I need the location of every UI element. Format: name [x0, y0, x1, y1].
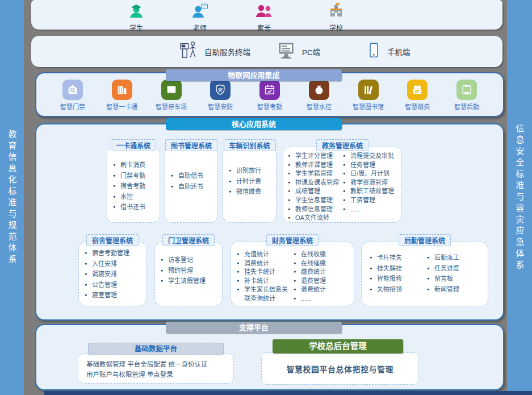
iot-label: 智慧水控 — [307, 102, 332, 111]
list-item: 预约管理 — [161, 267, 219, 276]
item-list: 在线收缴在线催缴缴费统计退费管理退费统计...... — [294, 250, 350, 303]
logistics-icon — [456, 80, 477, 100]
subsystem-vehicle: 车辆识别系统 识别放行计时计费微信缴费 — [223, 147, 277, 223]
list-item: OA文件流转 — [288, 214, 343, 223]
iot-attendance: 智慧考勤 — [248, 80, 291, 111]
list-item: 退费统计 — [294, 285, 350, 294]
list-item: 流程提交及审批 — [343, 152, 398, 161]
iot-door-access: 智慧门禁 — [51, 80, 94, 111]
user-label: 老师 — [193, 23, 207, 32]
attendance-icon — [259, 80, 280, 100]
iot-logistics: 智慧后勤 — [445, 80, 488, 111]
iot-label: 智慧一卡通 — [106, 102, 137, 111]
school-admin-box: 智慧校园平台总体把控与管理 — [261, 352, 419, 385]
list-item: 宿舍考勤管理 — [85, 249, 143, 258]
list-item: 宿舍考勤 — [113, 182, 156, 191]
list-item: 在线催缴 — [294, 259, 350, 268]
list-item: ...... — [343, 205, 398, 214]
support-section-header: 支撑平台 — [166, 322, 342, 334]
iot-security: 安 智慧安防 — [199, 80, 242, 111]
base-platform-line: 用户账户与权限管理 单点登录 — [86, 369, 233, 380]
base-platform-line: 基础数据管理 平台全局配置 统一身份认证 — [86, 359, 233, 369]
list-item: 门禁考勤 — [113, 172, 156, 181]
school-admin-title: 学校总后台管理 — [273, 339, 403, 354]
item-list: 识别放行计时计费微信缴费 — [229, 167, 273, 198]
iot-label: 智慧安防 — [208, 102, 233, 111]
door-access-icon — [62, 80, 83, 100]
terminals-row: 自助服务终端 PC端 手机端 — [31, 36, 502, 67]
iot-label: 智慧门禁 — [60, 102, 85, 111]
school-icon — [327, 2, 345, 22]
onecard-icon — [112, 80, 132, 100]
base-data-platform-box: 基础数据管理 平台全局配置 统一身份认证 用户账户与权限管理 单点登录 — [78, 354, 234, 384]
list-item: 失物招领 — [370, 285, 427, 294]
parents-icon — [255, 2, 273, 22]
list-item: 缴费统计 — [294, 268, 350, 277]
item-list: 访客登记预约管理学生请假管理 — [161, 256, 219, 288]
terminal-kiosk: 自助服务终端 — [178, 36, 250, 67]
pc-icon — [275, 40, 297, 63]
list-item: 自助还书 — [171, 182, 214, 192]
list-item: 访客登记 — [161, 256, 219, 265]
list-item: 后勤派工 — [427, 253, 484, 263]
teacher-icon — [191, 2, 209, 22]
svg-text:安: 安 — [218, 87, 223, 93]
terminal-label: 自助服务终端 — [204, 46, 250, 57]
subsystem-title: 车辆识别系统 — [223, 139, 275, 151]
student-icon — [127, 2, 145, 22]
item-list: 学生评分管理教师评课管理学生学籍管理排课及课表管理成绩管理学生信息管理教师信息管… — [288, 152, 343, 223]
user-label: 学校 — [329, 23, 343, 32]
item-list: 宿舍考勤管理入住安排调寝安排公告管理寝室管理 — [85, 249, 143, 302]
list-item: 学生请假管理 — [161, 277, 219, 286]
list-item: 教学资源管理 — [343, 178, 398, 188]
list-item: 学生信息管理 — [288, 196, 343, 205]
list-item: 学生家长信息关联查询统计 — [237, 285, 294, 303]
list-item: 智能报修 — [370, 275, 427, 284]
subsystem-dormitory: 宿舍管理系统 宿舍考勤管理入住安排调寝安排公告管理寝室管理 — [78, 242, 146, 306]
kiosk-icon — [178, 39, 199, 64]
list-item: 借书还书 — [113, 203, 156, 212]
iot-label: 智慧图书馆 — [353, 102, 384, 111]
list-item: 工资管理 — [343, 196, 398, 205]
phone-icon — [365, 40, 382, 64]
iot-label: 智慧停车场 — [156, 102, 187, 111]
list-item: 学生评分管理 — [288, 152, 343, 161]
list-item: 公告管理 — [85, 281, 143, 290]
iot-integration-section: 物联网应用集成 智慧门禁 智慧一卡通 智慧停车场 — [35, 72, 504, 117]
core-applications-section: 核心应用系统 一卡通系统 刷卡消费门禁考勤宿舍考勤水控借书还书 图书管理系统 自… — [35, 123, 504, 321]
list-item: 留言板 — [427, 275, 484, 284]
list-item: 卡片挂失 — [370, 253, 427, 263]
list-item: 排课及课表管理 — [288, 178, 343, 188]
item-list: 后勤派工任务进度留言板新闻管理 — [427, 253, 484, 296]
list-item: 任务进度 — [427, 264, 484, 273]
list-item: 计时计费 — [229, 177, 273, 186]
subsystem-onecard: 一卡通系统 刷卡消费门禁考勤宿舍考勤水控借书还书 — [107, 147, 160, 223]
library-icon — [358, 80, 379, 100]
subsystem-title: 后勤管理系统 — [399, 234, 451, 246]
list-item: 刷卡消费 — [113, 161, 156, 170]
iot-label: 智慧后勤 — [454, 102, 479, 111]
list-item: 补卡统计 — [237, 277, 294, 286]
list-item: 在线收缴 — [294, 250, 350, 259]
user-label: 学生 — [129, 23, 143, 32]
left-standards-strip: 教育信息化标准与规范体系 — [0, 0, 24, 395]
list-item: 日/周、月计划 — [343, 169, 398, 178]
subsystem-title: 一卡通系统 — [111, 139, 156, 151]
support-platform-section: 支撑平台 基础数据平台 基础数据管理 平台全局配置 统一身份认证 用户账户与权限… — [35, 324, 504, 390]
list-item: 挂失卡统计 — [237, 268, 294, 277]
water-icon — [309, 80, 329, 100]
item-list: 流程提交及审批任务管理日/周、月计划教学资源管理教职工绩效管理工资管理.....… — [343, 152, 398, 223]
right-security-strip: 信息安全标准与容灾应急体系 — [507, 0, 532, 395]
iot-parking: 智慧停车场 — [150, 80, 193, 111]
user-teacher: 老师 — [177, 2, 223, 32]
list-item: 识别放行 — [229, 167, 273, 176]
iot-label: 智慧缴费 — [405, 102, 430, 111]
subsystem-gatekeeper: 门卫管理系统 访客登记预约管理学生请假管理 — [154, 242, 223, 306]
item-list: 充值统计消费统计挂失卡统计补卡统计学生家长信息关联查询统计 — [237, 250, 294, 303]
terminal-phone: 手机端 — [365, 36, 410, 67]
user-student: 学生 — [114, 2, 159, 32]
bottom-accent-bar — [44, 391, 532, 395]
item-list: 卡片挂失挂失解挂智能报修失物招领 — [370, 253, 427, 296]
list-item: 充值统计 — [237, 250, 294, 259]
subsystem-library: 图书管理系统 自助借书自助还书 — [165, 147, 218, 223]
